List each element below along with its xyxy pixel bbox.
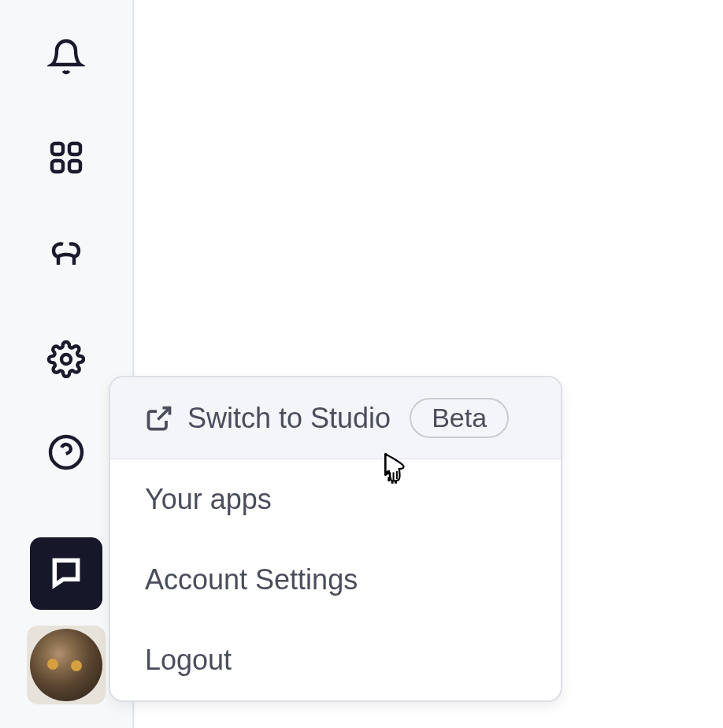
svg-rect-2 bbox=[52, 161, 63, 172]
menu-item-label: Logout bbox=[145, 644, 232, 677]
gear-icon bbox=[47, 340, 85, 381]
menu-item-label: Account Settings bbox=[145, 563, 358, 596]
menu-item-account-settings[interactable]: Account Settings bbox=[110, 540, 561, 620]
beta-badge: Beta bbox=[410, 398, 509, 438]
bell-icon bbox=[47, 38, 85, 79]
notifications-button[interactable] bbox=[44, 36, 88, 80]
settings-button[interactable] bbox=[44, 339, 88, 383]
chat-icon bbox=[49, 555, 83, 592]
user-avatar-button[interactable] bbox=[27, 626, 106, 704]
user-popup-menu: Switch to Studio Beta Your apps Account … bbox=[109, 376, 562, 702]
avatar-image bbox=[30, 629, 102, 701]
webhooks-button[interactable] bbox=[44, 238, 88, 282]
menu-item-label: Your apps bbox=[145, 483, 272, 516]
chat-button[interactable] bbox=[30, 537, 102, 610]
menu-item-switch-to-studio[interactable]: Switch to Studio Beta bbox=[110, 377, 561, 459]
svg-point-4 bbox=[61, 355, 71, 364]
help-icon bbox=[47, 433, 85, 474]
webhook-icon bbox=[47, 240, 85, 280]
menu-item-logout[interactable]: Logout bbox=[110, 620, 561, 700]
menu-item-label: Switch to Studio bbox=[187, 402, 391, 435]
apps-button[interactable] bbox=[44, 137, 88, 181]
svg-rect-1 bbox=[69, 143, 80, 154]
help-button[interactable] bbox=[44, 432, 88, 476]
menu-item-your-apps[interactable]: Your apps bbox=[110, 459, 561, 540]
svg-rect-3 bbox=[69, 161, 80, 172]
svg-rect-0 bbox=[52, 143, 63, 154]
external-link-icon bbox=[145, 404, 173, 433]
apps-grid-icon bbox=[47, 139, 85, 180]
